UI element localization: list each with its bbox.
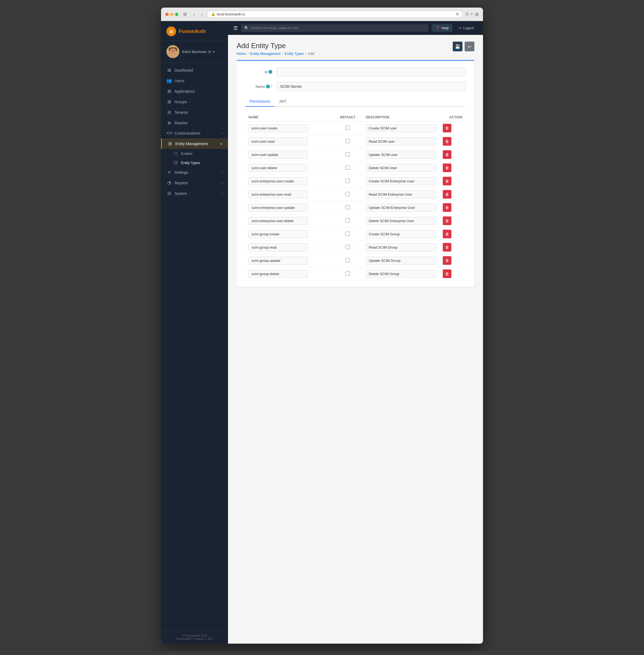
browser-dots xyxy=(165,13,178,16)
perm-name-cell xyxy=(245,214,333,227)
sidebar-item-reactor[interactable]: ⊕ Reactor xyxy=(161,117,228,128)
tab-permissions[interactable]: Permissions xyxy=(245,96,274,107)
grid-icon[interactable]: ⊞ xyxy=(475,12,479,17)
menu-button[interactable]: ☰ xyxy=(233,25,238,31)
sidebar-subitem-entity-types[interactable]: ☐ Entity Types xyxy=(161,158,228,167)
perm-description-input[interactable] xyxy=(366,230,436,238)
delete-permission-button[interactable]: 🗑 xyxy=(443,190,452,199)
delete-permission-button[interactable]: 🗑 xyxy=(443,177,452,185)
user-card-icon[interactable]: ▤ xyxy=(208,50,211,53)
perm-description-input[interactable] xyxy=(366,151,436,159)
perm-name-input[interactable] xyxy=(249,190,308,198)
settings-icon: ≡ xyxy=(166,170,172,175)
perm-default-checkbox[interactable] xyxy=(345,231,350,236)
search-input[interactable] xyxy=(251,26,425,30)
perm-description-input[interactable] xyxy=(366,257,436,265)
perm-name-input[interactable] xyxy=(249,270,308,278)
perm-action-cell: 🗑 xyxy=(439,267,466,280)
delete-permission-button[interactable]: 🗑 xyxy=(443,137,452,145)
back-btn[interactable]: ‹ xyxy=(191,12,196,17)
breadcrumb-entity-types[interactable]: Entity Types xyxy=(285,52,304,56)
breadcrumb-entity-management[interactable]: Entity Management xyxy=(250,52,280,56)
perm-name-input[interactable] xyxy=(249,244,308,251)
delete-permission-button[interactable]: 🗑 xyxy=(443,243,452,252)
sidebar-item-system[interactable]: ⊟ System ‹ xyxy=(161,188,228,199)
forward-btn[interactable]: › xyxy=(199,12,204,17)
perm-name-input[interactable] xyxy=(249,138,308,145)
perm-description-input[interactable] xyxy=(366,124,436,132)
perm-default-checkbox[interactable] xyxy=(345,139,350,143)
delete-permission-button[interactable]: 🗑 xyxy=(443,203,452,212)
new-tab-icon[interactable]: + xyxy=(470,12,473,17)
help-button[interactable]: ❓ Help xyxy=(432,24,453,32)
sidebar-item-groups[interactable]: ⊞ Groups xyxy=(161,96,228,107)
sidebar-item-tenants[interactable]: ⊟ Tenants xyxy=(161,107,228,117)
perm-default-checkbox[interactable] xyxy=(345,165,350,170)
perm-name-input[interactable] xyxy=(249,177,308,185)
perm-default-checkbox[interactable] xyxy=(345,152,350,156)
perm-name-input[interactable] xyxy=(249,124,308,132)
id-info-icon[interactable]: i xyxy=(269,70,272,74)
sidebar-item-users[interactable]: 👥 Users xyxy=(161,75,228,86)
perm-description-input[interactable] xyxy=(366,244,436,251)
perm-default-cell xyxy=(333,227,363,241)
perm-default-checkbox[interactable] xyxy=(345,258,350,263)
back-button[interactable]: ↩ xyxy=(465,42,474,51)
sidebar-subitem-entities[interactable]: ☐ Entities xyxy=(161,149,228,158)
perm-name-input[interactable] xyxy=(249,217,308,225)
name-info-icon[interactable]: i xyxy=(266,85,270,88)
perm-default-checkbox[interactable] xyxy=(345,192,350,196)
perm-description-input[interactable] xyxy=(366,164,436,172)
perm-description-input[interactable] xyxy=(366,270,436,278)
user-location-icon[interactable]: ➤ xyxy=(213,50,215,53)
sidebar-item-reports[interactable]: ◔ Reports ‹ xyxy=(161,178,228,188)
sidebar-item-customizations[interactable]: </> Customizations ‹ xyxy=(161,128,228,138)
delete-permission-button[interactable]: 🗑 xyxy=(443,150,452,159)
delete-permission-button[interactable]: 🗑 xyxy=(443,217,452,225)
delete-permission-button[interactable]: 🗑 xyxy=(443,230,452,238)
save-button[interactable]: 💾 xyxy=(453,42,462,51)
maximize-dot[interactable] xyxy=(175,13,178,16)
sidebar-toggle-btn[interactable]: ⊞ xyxy=(182,11,188,17)
perm-name-input[interactable] xyxy=(249,164,308,172)
name-input[interactable] xyxy=(277,82,466,91)
table-row: 🗑 xyxy=(245,121,466,135)
perm-name-input[interactable] xyxy=(249,151,308,159)
breadcrumb-home[interactable]: Home xyxy=(237,52,246,56)
perm-name-input[interactable] xyxy=(249,204,308,211)
perm-description-input[interactable] xyxy=(366,217,436,225)
perm-description-input[interactable] xyxy=(366,177,436,185)
perm-default-checkbox[interactable] xyxy=(345,271,350,276)
delete-permission-button[interactable]: 🗑 xyxy=(443,124,452,132)
perm-default-checkbox[interactable] xyxy=(345,205,350,209)
perm-default-checkbox[interactable] xyxy=(345,218,350,223)
reactor-icon: ⊕ xyxy=(166,120,172,126)
perm-name-cell xyxy=(245,161,333,175)
perm-action-cell: 🗑 xyxy=(439,241,466,254)
delete-permission-button[interactable]: 🗑 xyxy=(443,163,452,172)
delete-permission-button[interactable]: 🗑 xyxy=(443,256,452,265)
id-input[interactable] xyxy=(277,67,466,76)
share-icon[interactable]: ⎙ xyxy=(466,12,468,17)
perm-description-input[interactable] xyxy=(366,138,436,145)
tab-jwt[interactable]: JWT xyxy=(274,96,291,107)
sidebar-item-applications[interactable]: ⊞ Applications xyxy=(161,86,228,96)
logout-button[interactable]: ↪ Logout xyxy=(455,24,478,32)
sidebar-item-settings[interactable]: ≡ Settings ‹ xyxy=(161,167,228,178)
perm-name-input[interactable] xyxy=(249,257,308,265)
perm-description-input[interactable] xyxy=(366,204,436,211)
refresh-icon[interactable]: ↻ xyxy=(456,12,459,16)
perm-name-input[interactable] xyxy=(249,230,308,238)
sidebar-item-entity-management[interactable]: ⊟ Entity Management ∨ xyxy=(161,138,228,149)
close-dot[interactable] xyxy=(165,13,168,16)
minimize-dot[interactable] xyxy=(170,13,174,16)
sidebar-item-dashboard[interactable]: ⊞ Dashboard xyxy=(161,65,228,75)
perm-default-checkbox[interactable] xyxy=(345,126,350,130)
perm-default-checkbox[interactable] xyxy=(345,179,350,183)
customizations-arrow: ‹ xyxy=(222,131,223,135)
tabs-container: Permissions JWT xyxy=(237,96,474,107)
perm-default-checkbox[interactable] xyxy=(345,245,350,249)
perm-description-input[interactable] xyxy=(366,190,436,198)
perm-description-cell xyxy=(363,175,439,188)
delete-permission-button[interactable]: 🗑 xyxy=(443,269,452,278)
